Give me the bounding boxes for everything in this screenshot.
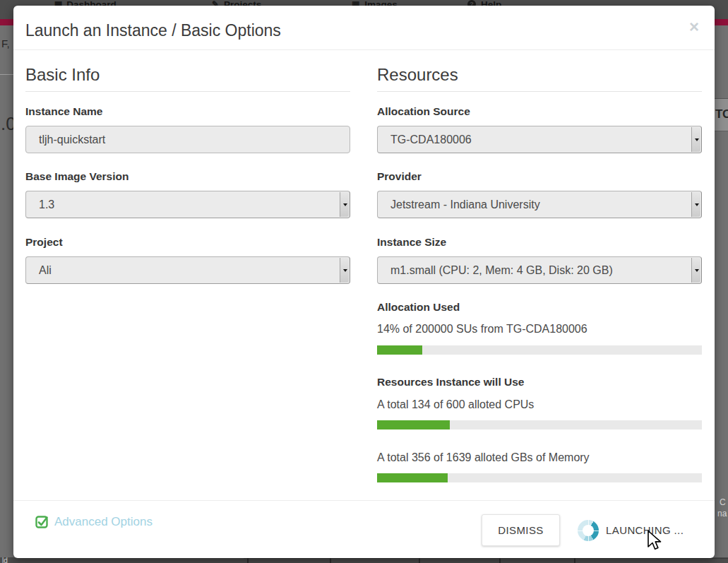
backdrop-text-fragment: C	[720, 497, 726, 507]
base-image-version-select[interactable]: 1.3	[25, 191, 350, 218]
cpu-usage-progress-bar	[377, 420, 702, 429]
chevron-down-icon	[695, 138, 699, 141]
checkbox-checked-icon	[35, 516, 49, 529]
backdrop-table-column-line	[330, 558, 331, 563]
allocation-used-progress-bar	[377, 345, 702, 355]
backdrop-text-fragment: F,	[1, 37, 10, 49]
dismiss-button[interactable]: DISMISS	[482, 514, 560, 546]
provider-label: Provider	[377, 170, 702, 183]
backdrop-table-column-line	[419, 558, 420, 563]
progress-fill	[377, 473, 448, 482]
backdrop-text-fragment: TO	[715, 107, 728, 122]
modal-footer: Advanced Options DISMISS LAUNCHING ...	[13, 500, 715, 558]
provider-select[interactable]: Jetstream - Indiana University	[377, 191, 702, 218]
selected-value: TG-CDA180006	[390, 126, 472, 153]
cpu-usage-text: A total 134 of 600 alloted CPUs	[377, 398, 534, 411]
project-label: Project	[25, 236, 350, 249]
selected-value: m1.small (CPU: 2, Mem: 4 GB, Disk: 20 GB…	[390, 257, 613, 283]
backdrop-table-column-line	[499, 558, 501, 563]
memory-usage-text: A total 356 of 1639 alloted GBs of Memor…	[377, 451, 590, 464]
basic-info-column: Basic Info Instance Name Base Image Vers…	[25, 6, 350, 500]
memory-usage-progress-bar	[377, 473, 702, 482]
launching-button[interactable]: LAUNCHING ...	[606, 520, 684, 541]
instance-name-input[interactable]	[25, 126, 350, 153]
project-select[interactable]: Ali	[25, 256, 350, 284]
backdrop-button-fragment: TO	[715, 98, 728, 131]
backdrop-divider	[0, 74, 13, 75]
allocation-used-text: 14% of 200000 SUs from TG-CDA180006	[377, 323, 587, 336]
launch-instance-modal: Launch an Instance / Basic Options × Bas…	[13, 6, 715, 558]
progress-fill	[377, 345, 422, 355]
base-image-version-label: Base Image Version	[25, 170, 350, 183]
backdrop-table-column-line	[247, 558, 249, 563]
screen: ▆ Dashboard ✎ Projects ▦ Images ? Help F…	[0, 0, 728, 563]
selected-value: Jetstream - Indiana University	[390, 191, 540, 218]
allocation-used-heading: Allocation Used	[377, 301, 460, 314]
backdrop-text-fragment: na	[717, 509, 727, 518]
backdrop-table-column-line	[574, 558, 575, 563]
resources-heading: Resources	[377, 65, 702, 92]
progress-fill	[377, 420, 450, 429]
selected-value: Ali	[39, 257, 52, 283]
loading-spinner-icon	[578, 520, 599, 541]
selected-value: 1.3	[39, 191, 54, 218]
chevron-down-icon	[343, 269, 347, 272]
advanced-options-link[interactable]: Advanced Options	[35, 515, 153, 529]
chevron-down-icon	[695, 269, 699, 272]
basic-info-heading: Basic Info	[25, 65, 350, 92]
instance-name-label: Instance Name	[25, 105, 350, 118]
allocation-source-label: Allocation Source	[377, 105, 702, 118]
resources-column: Resources Allocation Source TG-CDA180006…	[377, 6, 702, 500]
chevron-down-icon	[343, 203, 347, 206]
backdrop-text-fragment: ld	[2, 557, 8, 563]
chevron-down-icon	[695, 203, 699, 206]
advanced-options-label: Advanced Options	[54, 515, 153, 529]
instance-size-select[interactable]: m1.small (CPU: 2, Mem: 4 GB, Disk: 20 GB…	[377, 256, 702, 284]
mouse-cursor-icon	[647, 530, 664, 552]
instance-size-label: Instance Size	[377, 236, 702, 249]
instance-resources-heading: Resources Instance will Use	[377, 376, 524, 389]
allocation-source-select[interactable]: TG-CDA180006	[377, 126, 702, 153]
backdrop-table-border	[244, 558, 728, 559]
